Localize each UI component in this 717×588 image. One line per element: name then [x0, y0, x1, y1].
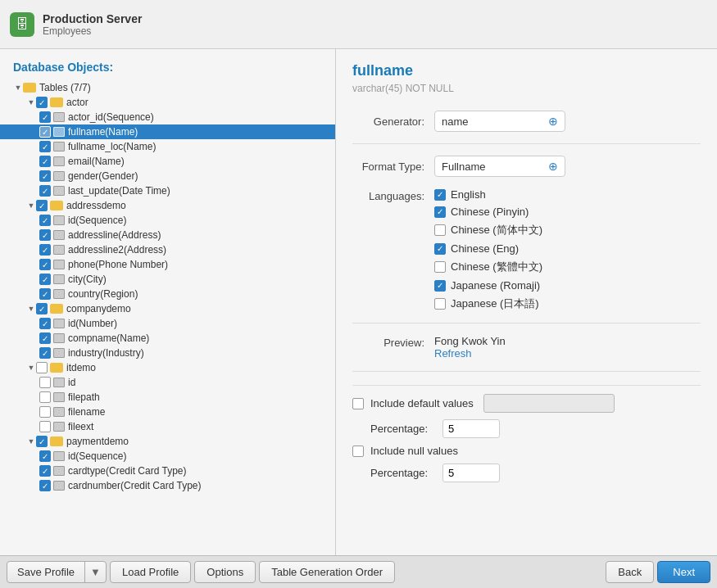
- tree-item-pay-id[interactable]: ✓ id(Sequence): [0, 449, 335, 464]
- checkbox[interactable]: ✓: [39, 126, 51, 138]
- checkbox[interactable]: ✓: [39, 244, 51, 256]
- include-null-checkbox[interactable]: [352, 446, 364, 457]
- checkbox[interactable]: ✓: [39, 156, 51, 167]
- checkbox[interactable]: ✓: [39, 318, 51, 329]
- table-icon: [53, 274, 65, 284]
- back-button[interactable]: Back: [606, 561, 654, 583]
- checkbox[interactable]: [39, 421, 51, 432]
- checkbox[interactable]: ✓: [39, 229, 51, 241]
- chevron-down-icon: ⊕: [548, 160, 558, 173]
- checkbox[interactable]: ✓: [39, 185, 51, 197]
- tree-item-addressdemo[interactable]: ▼ ✓ addressdemo: [0, 198, 335, 213]
- checkbox[interactable]: [36, 362, 48, 373]
- table-generation-button[interactable]: Table Generation Order: [259, 561, 395, 583]
- format-type-select[interactable]: Fullname ⊕: [434, 156, 565, 177]
- tree-item-compname[interactable]: ✓ compname(Name): [0, 331, 335, 346]
- table-icon: [53, 230, 65, 240]
- tree-item-industry[interactable]: ✓ industry(Industry): [0, 346, 335, 360]
- checkbox[interactable]: ✓: [39, 259, 51, 270]
- checkbox[interactable]: [39, 377, 51, 388]
- options-button[interactable]: Options: [194, 561, 256, 583]
- checkbox[interactable]: ✓: [39, 274, 51, 285]
- lang-checkbox-japanese-romaji[interactable]: ✓: [434, 280, 446, 292]
- default-value-input[interactable]: [483, 394, 615, 413]
- load-profile-button[interactable]: Load Profile: [110, 561, 191, 583]
- tree-item-actor[interactable]: ▼ ✓ actor: [0, 95, 335, 110]
- tree-item-fullname-loc[interactable]: ✓ fullname_loc(Name): [0, 139, 335, 154]
- next-button[interactable]: Next: [657, 561, 710, 583]
- lang-checkbox-chinese-eng[interactable]: ✓: [434, 243, 446, 255]
- checkbox[interactable]: ✓: [39, 480, 51, 491]
- table-icon: [53, 156, 65, 166]
- lang-japanese[interactable]: Japanese (日本語): [434, 296, 542, 311]
- checkbox[interactable]: ✓: [39, 450, 51, 462]
- table-icon: [53, 215, 65, 225]
- lang-label-chinese-pinyin: Chinese (Pinyin): [451, 206, 529, 218]
- null-percentage-input[interactable]: [442, 464, 500, 482]
- lang-checkbox-chinese-simplified[interactable]: [434, 224, 446, 236]
- tree-item-cardnumber[interactable]: ✓ cardnumber(Credit Card Type): [0, 478, 335, 493]
- checkbox[interactable]: ✓: [39, 111, 51, 123]
- tree-label: fullname_loc(Name): [68, 141, 156, 152]
- tree-item-comp-id[interactable]: ✓ id(Number): [0, 316, 335, 331]
- tree-item-itdemo[interactable]: ▼ itdemo: [0, 360, 335, 375]
- save-profile-arrow[interactable]: ▼: [84, 562, 106, 582]
- tree-item-email[interactable]: ✓ email(Name): [0, 154, 335, 169]
- tree-item-addressline[interactable]: ✓ addressline(Address): [0, 228, 335, 242]
- tree-label: paymentdemo: [66, 436, 129, 447]
- checkbox[interactable]: ✓: [39, 141, 51, 152]
- tree-item-addressline2[interactable]: ✓ addressline2(Address): [0, 242, 335, 257]
- checkbox[interactable]: ✓: [36, 200, 48, 211]
- tree-item-filename[interactable]: filename: [0, 405, 335, 419]
- tree-item-country[interactable]: ✓ country(Region): [0, 287, 335, 301]
- folder-icon: [50, 363, 63, 373]
- tree-item-filepath[interactable]: filepath: [0, 390, 335, 405]
- lang-checkbox-chinese-traditional[interactable]: [434, 261, 446, 273]
- tree-item-city[interactable]: ✓ city(City): [0, 272, 335, 287]
- tree-item-tables[interactable]: ▼ Tables (7/7): [0, 80, 335, 95]
- lang-checkbox-chinese-pinyin[interactable]: ✓: [434, 206, 446, 218]
- checkbox[interactable]: ✓: [39, 170, 51, 182]
- lang-checkbox-japanese[interactable]: [434, 298, 446, 310]
- checkbox[interactable]: ✓: [39, 332, 51, 344]
- lang-english[interactable]: ✓ English: [434, 188, 542, 201]
- generator-select[interactable]: name ⊕: [434, 111, 565, 132]
- preview-label: Preview:: [352, 335, 434, 349]
- lang-japanese-romaji[interactable]: ✓ Japanese (Romaji): [434, 279, 542, 292]
- generator-label: Generator:: [352, 115, 434, 128]
- checkbox[interactable]: [39, 391, 51, 403]
- lang-chinese-pinyin[interactable]: ✓ Chinese (Pinyin): [434, 206, 542, 218]
- checkbox[interactable]: [39, 406, 51, 418]
- checkbox-actor[interactable]: ✓: [36, 97, 48, 108]
- checkbox[interactable]: ✓: [36, 436, 48, 447]
- tree-item-cardtype[interactable]: ✓ cardtype(Credit Card Type): [0, 464, 335, 478]
- include-default-checkbox[interactable]: [352, 398, 364, 409]
- checkbox[interactable]: ✓: [39, 288, 51, 300]
- save-profile-button[interactable]: Save Profile: [7, 562, 84, 582]
- refresh-button[interactable]: Refresh: [434, 347, 506, 360]
- collapse-arrow: ▼: [13, 84, 23, 92]
- tree-item-paymentdemo[interactable]: ▼ ✓ paymentdemo: [0, 434, 335, 449]
- checkbox[interactable]: ✓: [36, 303, 48, 314]
- lang-checkbox-english[interactable]: ✓: [434, 189, 446, 201]
- lang-chinese-eng[interactable]: ✓ Chinese (Eng): [434, 242, 542, 255]
- tree-item-companydemo[interactable]: ▼ ✓ companydemo: [0, 301, 335, 316]
- lang-chinese-simplified[interactable]: Chinese (简体中文): [434, 223, 542, 237]
- tree-item-it-id[interactable]: id: [0, 375, 335, 390]
- tree-item-fileext[interactable]: fileext: [0, 419, 335, 434]
- default-percentage-input[interactable]: [442, 419, 500, 438]
- tree-item-addr-id[interactable]: ✓ id(Sequence): [0, 213, 335, 228]
- tree-item-gender[interactable]: ✓ gender(Gender): [0, 169, 335, 183]
- tree-item-fullname[interactable]: ✓ fullname(Name): [0, 124, 335, 139]
- tree-item-actor-id[interactable]: ✓ actor_id(Sequence): [0, 110, 335, 124]
- checkbox[interactable]: ✓: [39, 215, 51, 226]
- lang-chinese-traditional[interactable]: Chinese (繁體中文): [434, 260, 542, 274]
- tree-item-phone[interactable]: ✓ phone(Phone Number): [0, 257, 335, 272]
- checkbox[interactable]: ✓: [39, 465, 51, 477]
- tree-label: industry(Industry): [68, 347, 144, 359]
- tree-item-last-update[interactable]: ✓ last_update(Date Time): [0, 183, 335, 198]
- field-type: varchar(45) NOT NULL: [352, 83, 701, 94]
- preview-content: Fong Kwok Yin Refresh: [434, 335, 506, 360]
- tree-label: actor: [66, 97, 88, 108]
- checkbox[interactable]: ✓: [39, 347, 51, 359]
